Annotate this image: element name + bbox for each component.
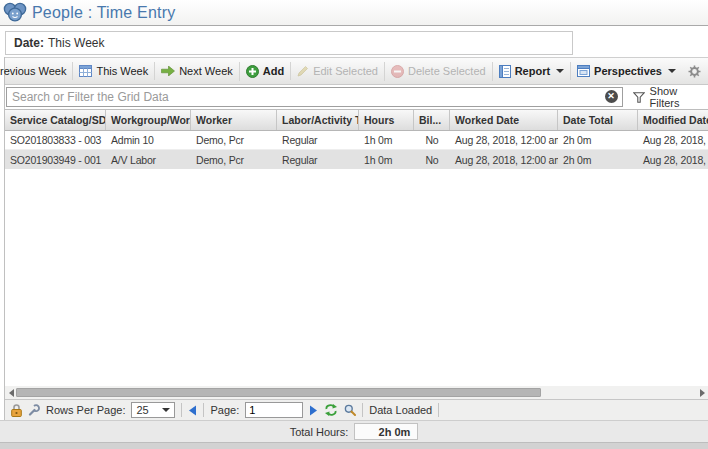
window-bottom-edge: [0, 442, 708, 449]
delete-selected-button[interactable]: Delete Selected: [384, 62, 492, 81]
show-filters-label: Show Filters: [650, 85, 708, 109]
summary-bar: Total Hours: 2h 0m: [0, 420, 708, 442]
prev-page-icon: [188, 405, 197, 416]
cell-date-total: 2h 0m: [558, 154, 638, 166]
cell-modified-date: Aug 28, 2018, 2:31 p: [638, 134, 708, 146]
column-header-workgroup[interactable]: Workgroup/Wor...: [106, 110, 191, 130]
cell-billable: No: [414, 154, 450, 166]
show-filters-button[interactable]: Show Filters: [633, 85, 708, 109]
chevron-down-icon: [556, 69, 564, 73]
cell-modified-date: Aug 28, 2018, 1:34 p: [638, 154, 708, 166]
clear-search-icon[interactable]: ✕: [605, 90, 618, 103]
add-label: Add: [263, 65, 284, 77]
cell-worker: Demo, Pcr: [191, 154, 277, 166]
grid-settings-button[interactable]: [682, 65, 705, 78]
cell-hours: 1h 0m: [359, 154, 414, 166]
gear-icon: [688, 65, 701, 78]
cell-labor-activity: Regular: [277, 154, 359, 166]
cell-billable: No: [414, 134, 450, 146]
delete-icon: [391, 65, 404, 78]
pagination-bar: Rows Per Page: 25 Page: Data Loaded: [5, 399, 708, 420]
pencil-icon: [297, 65, 309, 77]
divider: [438, 403, 439, 417]
horizontal-scrollbar[interactable]: [5, 386, 708, 399]
date-label: Date:: [14, 36, 44, 50]
cell-service-catalog: SO201903949 - 001: [5, 154, 106, 166]
cell-workgroup: A/V Labor: [106, 154, 191, 166]
cell-date-total: 2h 0m: [558, 134, 638, 146]
perspectives-label: Perspectives: [594, 65, 662, 77]
column-header-hours[interactable]: Hours: [359, 110, 414, 130]
funnel-icon: [633, 92, 645, 103]
add-button[interactable]: Add: [239, 62, 290, 81]
grid-header-row: Service Catalog/SD # Workgroup/Wor... Wo…: [5, 110, 708, 131]
search-grid-button[interactable]: [344, 404, 356, 416]
cell-hours: 1h 0m: [359, 134, 414, 146]
time-entry-grid-panel: Previous Week This Week Next Week Add Ed…: [4, 57, 708, 420]
perspectives-icon: [577, 65, 590, 77]
page-title: People : Time Entry: [32, 4, 175, 22]
report-button[interactable]: Report: [492, 62, 570, 81]
cell-workgroup: Admin 10: [106, 134, 191, 146]
date-value: This Week: [48, 36, 104, 50]
delete-selected-label: Delete Selected: [408, 65, 486, 77]
page-label: Page:: [210, 404, 239, 416]
divider: [362, 403, 363, 417]
grid-empty-area: [5, 169, 708, 386]
chevron-down-icon: [162, 408, 170, 412]
divider: [181, 403, 182, 417]
this-week-label: This Week: [96, 65, 148, 77]
search-input[interactable]: [6, 87, 623, 107]
next-week-label: Next Week: [179, 65, 233, 77]
wrench-icon[interactable]: [28, 404, 40, 416]
rows-per-page-label: Rows Per Page:: [46, 404, 125, 416]
perspectives-button[interactable]: Perspectives: [570, 62, 682, 80]
green-right-arrow-icon: [161, 66, 175, 76]
report-label: Report: [515, 65, 550, 77]
column-header-service-catalog[interactable]: Service Catalog/SD #: [5, 110, 106, 130]
scrollbar-thumb[interactable]: [16, 388, 541, 397]
column-header-billable[interactable]: Bil...: [414, 110, 450, 130]
this-week-button[interactable]: This Week: [72, 62, 154, 80]
column-header-date-total[interactable]: Date Total: [558, 110, 638, 130]
cell-worked-date: Aug 28, 2018, 12:00 am: [450, 134, 558, 146]
table-row[interactable]: SO201803833 - 003 Admin 10 Demo, Pcr Reg…: [5, 131, 708, 150]
cell-labor-activity: Regular: [277, 134, 359, 146]
column-header-labor-activity[interactable]: Labor/Activity T...: [277, 110, 359, 130]
date-filter-panel[interactable]: Date: This Week: [5, 31, 573, 55]
status-text: Data Loaded: [369, 404, 432, 416]
add-icon: [246, 65, 259, 78]
people-group-icon: [3, 2, 27, 23]
total-hours-value: 2h 0m: [354, 423, 418, 440]
title-bar: People : Time Entry: [0, 0, 708, 26]
edit-selected-button[interactable]: Edit Selected: [290, 62, 384, 80]
rows-per-page-select[interactable]: 25: [131, 402, 175, 418]
chevron-down-icon: [668, 69, 676, 73]
divider: [203, 403, 204, 417]
cell-service-catalog: SO201803833 - 003: [5, 134, 106, 146]
refresh-button[interactable]: [324, 404, 338, 416]
column-header-modified-date[interactable]: Modified Date: [638, 110, 708, 130]
report-icon: [499, 65, 511, 78]
total-hours-label: Total Hours:: [290, 426, 349, 438]
cell-worked-date: Aug 28, 2018, 12:00 am: [450, 154, 558, 166]
scroll-left-icon[interactable]: [6, 387, 16, 398]
lock-icon[interactable]: [11, 404, 22, 417]
search-row: ✕ Show Filters: [5, 85, 708, 110]
column-header-worker[interactable]: Worker: [191, 110, 277, 130]
column-header-worked-date[interactable]: Worked Date: [450, 110, 558, 130]
edit-selected-label: Edit Selected: [313, 65, 378, 77]
previous-week-button[interactable]: Previous Week: [0, 62, 72, 80]
calendar-icon: [79, 65, 92, 77]
page-input[interactable]: [245, 402, 303, 418]
previous-page-button[interactable]: [188, 405, 197, 416]
previous-week-label: Previous Week: [0, 65, 66, 77]
next-page-button[interactable]: [309, 405, 318, 416]
table-row[interactable]: SO201903949 - 001 A/V Labor Demo, Pcr Re…: [5, 150, 708, 169]
next-week-button[interactable]: Next Week: [154, 62, 239, 80]
refresh-icon: [324, 404, 338, 416]
magnifier-icon: [344, 404, 356, 416]
next-page-icon: [309, 405, 318, 416]
scroll-right-icon[interactable]: [697, 387, 707, 398]
grid-toolbar: Previous Week This Week Next Week Add Ed…: [5, 57, 708, 85]
